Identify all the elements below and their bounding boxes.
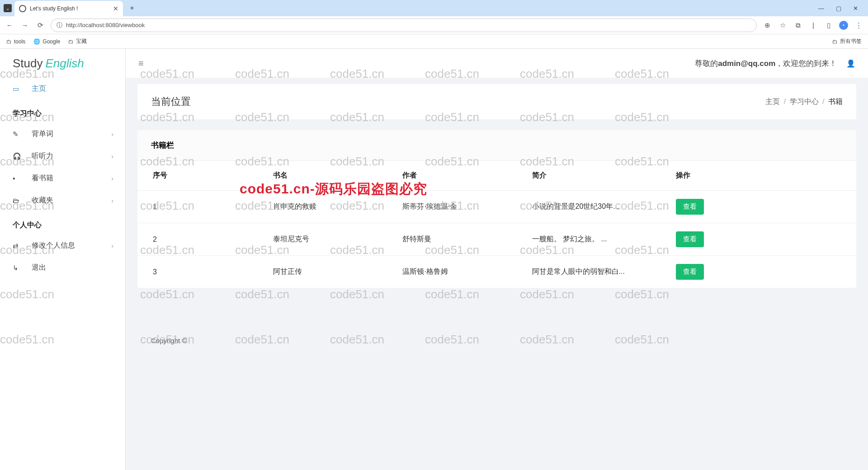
edit-icon: ✎ [13, 130, 21, 138]
cell-id: 3 [137, 256, 267, 288]
sidebar-item-editinfo[interactable]: ⇄修改个人信息› [0, 235, 125, 257]
back-icon[interactable]: ← [5, 21, 14, 29]
user-icon[interactable]: 👤 [846, 60, 855, 67]
window-maximize-icon[interactable]: ▢ [836, 5, 841, 12]
sidebar-item-label: 修改个人信息 [32, 241, 75, 250]
info-icon[interactable]: ⓘ [57, 21, 62, 29]
headphones-icon: 🎧 [13, 152, 21, 160]
tab-title: Let's study English ! [30, 5, 109, 12]
forward-icon[interactable]: → [20, 21, 30, 29]
breadcrumb-mid[interactable]: 学习中心 [790, 98, 819, 105]
hamburger-icon[interactable]: ≡ [138, 58, 144, 69]
footer-copyright: Copyright © [137, 324, 856, 357]
extension-icon[interactable]: ⧉ [793, 21, 803, 29]
cell-desc: 小说的背景是20世纪30年... [526, 191, 670, 223]
exit-icon: ↳ [13, 264, 21, 272]
breadcrumb-current: 书籍 [828, 98, 843, 105]
search-icon[interactable]: ⊕ [762, 21, 772, 29]
table-row: 1肖申克的救赎斯蒂芬·埃德温·金小说的背景是20世纪30年...查看 [137, 191, 856, 223]
swap-icon: ⇄ [13, 242, 21, 250]
folder-icon: 🗀 [6, 38, 12, 45]
bookmark-treasure[interactable]: 🗀宝藏 [68, 38, 87, 45]
globe-icon: 🌐 [33, 38, 40, 45]
sidebar-item-label: 收藏夹 [32, 196, 53, 205]
favicon-icon [19, 5, 26, 12]
bookmark-tools[interactable]: 🗀tools [6, 38, 25, 45]
breadcrumb-home[interactable]: 主页 [765, 98, 780, 105]
sidebar-item-label: 背单词 [32, 129, 53, 139]
browser-tab[interactable]: Let's study English ! ✕ [14, 1, 123, 16]
books-panel: 书籍栏 序号 书名 作者 简介 操作 1肖申克的救赎斯蒂芬·埃德温·金小说的背景… [137, 130, 856, 288]
cell-id: 1 [137, 191, 267, 223]
cell-desc: 一艘船。 梦幻之旅。 ... [526, 223, 670, 256]
new-tab-button[interactable]: + [126, 2, 138, 14]
tab-dropdown-icon[interactable]: ⌄ [4, 4, 12, 12]
side-panel-icon[interactable]: ▯ [824, 21, 834, 29]
browser-tab-strip: ⌄ Let's study English ! ✕ + — ▢ ✕ [0, 0, 868, 16]
book-icon: ▪ [13, 174, 21, 182]
panel-title: 书籍栏 [137, 130, 856, 161]
divider-icon: | [808, 21, 818, 29]
cell-author: 温斯顿·格鲁姆 [396, 256, 525, 288]
folder-icon: 🗀 [832, 38, 838, 45]
cell-author: 舒特斯曼 [396, 223, 525, 256]
sidebar: Study English ▭ 主页 学习中心 ✎背单词› 🎧听听力› ▪看书籍… [0, 49, 126, 470]
reload-icon[interactable]: ⟳ [35, 21, 45, 29]
folder-icon: 🗀 [68, 38, 74, 45]
topbar: ≡ 尊敬的admin@qq.com，欢迎您的到来！ 👤 [126, 49, 868, 78]
chevron-right-icon: › [111, 197, 113, 204]
chevron-right-icon: › [111, 175, 113, 182]
col-name: 书名 [267, 161, 396, 191]
col-action: 操作 [670, 161, 856, 191]
cell-name: 泰坦尼克号 [267, 223, 396, 256]
window-minimize-icon[interactable]: — [818, 5, 824, 12]
cell-id: 2 [137, 223, 267, 256]
cell-name: 阿甘正传 [267, 256, 396, 288]
sidebar-item-logout[interactable]: ↳退出 [0, 257, 125, 279]
profile-icon[interactable]: • [839, 21, 848, 30]
window-close-icon[interactable]: ✕ [853, 5, 858, 12]
sidebar-item-listen[interactable]: 🎧听听力› [0, 145, 125, 167]
kebab-menu-icon[interactable]: ⋮ [854, 21, 863, 29]
cell-author: 斯蒂芬·埃德温·金 [396, 191, 525, 223]
sidebar-section-study: 学习中心 [0, 100, 125, 123]
close-tab-icon[interactable]: ✕ [113, 5, 118, 12]
address-bar[interactable]: ⓘ http://localhost:8080/viewbook [51, 19, 757, 32]
sidebar-item-favorites[interactable]: 🗁收藏夹› [0, 189, 125, 212]
col-desc: 简介 [526, 161, 670, 191]
table-row: 3阿甘正传温斯顿·格鲁姆阿甘是常人眼中的弱智和白...查看 [137, 256, 856, 288]
welcome-text: 尊敬的admin@qq.com，欢迎您的到来！ [695, 59, 839, 68]
view-button[interactable]: 查看 [676, 264, 704, 280]
bookmark-google[interactable]: 🌐Google [33, 38, 60, 45]
bookmarks-bar: 🗀tools 🌐Google 🗀宝藏 🗀所有书签 [0, 34, 868, 49]
sidebar-item-label: 退出 [32, 263, 46, 273]
sidebar-item-books[interactable]: ▪看书籍› [0, 167, 125, 189]
col-id: 序号 [137, 161, 267, 191]
sidebar-section-personal: 个人中心 [0, 212, 125, 235]
sidebar-item-home[interactable]: ▭ 主页 [0, 78, 125, 100]
table-row: 2泰坦尼克号舒特斯曼一艘船。 梦幻之旅。 ...查看 [137, 223, 856, 256]
sidebar-item-label: 主页 [32, 84, 46, 94]
chevron-right-icon: › [111, 153, 113, 160]
breadcrumb-label: 当前位置 [151, 95, 191, 108]
chevron-right-icon: › [111, 242, 113, 249]
bookmark-all[interactable]: 🗀所有书签 [832, 38, 862, 45]
laptop-icon: ▭ [13, 85, 21, 93]
sidebar-item-label: 看书籍 [32, 174, 53, 183]
books-table: 序号 书名 作者 简介 操作 1肖申克的救赎斯蒂芬·埃德温·金小说的背景是20世… [137, 161, 856, 288]
sidebar-item-words[interactable]: ✎背单词› [0, 123, 125, 145]
breadcrumb: 当前位置 主页 / 学习中心 / 书籍 [137, 84, 856, 119]
browser-toolbar: ← → ⟳ ⓘ http://localhost:8080/viewbook ⊕… [0, 16, 868, 34]
cell-desc: 阿甘是常人眼中的弱智和白... [526, 256, 670, 288]
cell-name: 肖申克的救赎 [267, 191, 396, 223]
folder-open-icon: 🗁 [13, 197, 21, 204]
view-button[interactable]: 查看 [676, 199, 704, 215]
col-author: 作者 [396, 161, 525, 191]
view-button[interactable]: 查看 [676, 231, 704, 247]
app-logo: Study English [0, 49, 125, 78]
sidebar-item-label: 听听力 [32, 151, 53, 161]
url-text: http://localhost:8080/viewbook [66, 22, 145, 28]
star-icon[interactable]: ☆ [778, 21, 788, 29]
chevron-right-icon: › [111, 131, 113, 138]
